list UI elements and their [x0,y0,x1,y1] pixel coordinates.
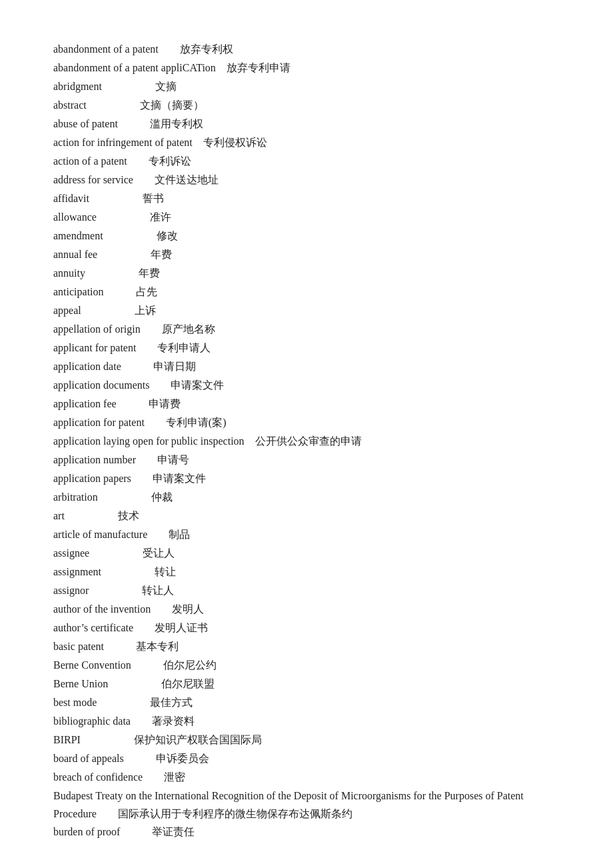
glossary-entry: author of the invention 发明人 [53,600,560,619]
en-term: applicant for patent [53,342,157,353]
en-term: application laying open for public inspe… [53,435,255,447]
en-term: board of appeals [53,753,156,764]
en-term: burden of proof [53,826,152,837]
zh-term: 原产地名称 [162,323,215,335]
glossary-entry: anticipation 占先 [53,283,560,301]
zh-term: 举证责任 [152,826,195,837]
zh-term: 申诉委员会 [156,753,209,764]
zh-term: 受让人 [143,547,175,559]
zh-term: 转让人 [142,585,174,596]
zh-term: 专利申请(案) [166,417,227,428]
glossary-entry: assignor 转让人 [53,581,560,600]
en-term: abuse of patent [53,118,150,129]
en-term: basic patent [53,641,136,652]
en-term: application for patent [53,417,166,428]
glossary-entry: application date 申请日期 [53,357,560,376]
glossary-container: abandonment of a patent 放弃专利权abandonment… [53,40,560,841]
zh-term: 最佳方式 [150,697,193,708]
glossary-entry: action for infringement of patent 专利侵权诉讼 [53,133,560,152]
glossary-entry: annuity 年费 [53,264,560,283]
glossary-entry: burden of proof 举证责任 [53,823,560,841]
zh-term: 泄密 [164,771,185,783]
zh-term: 文摘 [155,81,177,92]
zh-term: 滥用专利权 [150,118,203,129]
zh-term: 文件送达地址 [155,174,219,185]
en-term: bibliographic data [53,715,152,727]
zh-term: 上诉 [135,305,156,316]
en-term: assignee [53,547,143,559]
zh-term: 准许 [150,211,171,223]
zh-term: 技术 [118,510,139,521]
glossary-entry: assignee 受让人 [53,544,560,563]
en-term: assignment [53,566,155,577]
glossary-entry: abridgment 文摘 [53,77,560,96]
glossary-entry: Berne Union 伯尔尼联盟 [53,675,560,693]
glossary-entry: Budapest Treaty on the International Rec… [53,787,560,823]
zh-term: 发明人证书 [155,622,208,633]
glossary-entry: article of manufacture 制品 [53,525,560,544]
zh-term: 年费 [139,267,160,279]
glossary-entry: application documents 申请案文件 [53,376,560,395]
glossary-entry: assignment 转让 [53,563,560,581]
en-term: author’s certificate [53,622,155,633]
zh-term: 誓书 [143,193,164,204]
zh-term: 保护知识产权联合国国际局 [134,734,262,745]
zh-term: 申请号 [157,454,189,465]
en-term: arbitration [53,491,151,503]
zh-term: 文摘（摘要） [140,99,204,111]
glossary-entry: abstract 文摘（摘要） [53,96,560,115]
zh-term: 年费 [151,249,172,260]
zh-term: 基本专利 [136,641,179,652]
glossary-entry: board of appeals 申诉委员会 [53,749,560,768]
zh-term: 放弃专利权 [180,43,233,55]
zh-term: 专利申请人 [157,342,211,353]
glossary-entry: application for patent 专利申请(案) [53,413,560,432]
en-term: annuity [53,267,139,279]
glossary-entry: bibliographic data 著录资料 [53,712,560,731]
glossary-entry: arbitration 仲裁 [53,488,560,507]
en-term: anticipation [53,286,136,297]
en-term: article of manufacture [53,529,169,540]
en-term: application number [53,454,157,465]
glossary-entry: Berne Convention 伯尔尼公约 [53,656,560,675]
en-term: address for service [53,174,155,185]
zh-term: 仲裁 [151,491,173,503]
glossary-entry: author’s certificate 发明人证书 [53,619,560,637]
glossary-entry: application papers 申请案文件 [53,469,560,488]
zh-term: 申请日期 [153,361,196,372]
zh-term: 著录资料 [152,715,195,727]
en-term: action of a patent [53,155,149,167]
glossary-entry: abuse of patent 滥用专利权 [53,115,560,133]
glossary-entry: annual fee 年费 [53,245,560,264]
en-term: action for infringement of patent [53,137,203,148]
en-term: abandonment of a patent appliCATion [53,62,227,73]
en-term: affidavit [53,193,143,204]
zh-term: 转让 [155,566,176,577]
glossary-entry: application laying open for public inspe… [53,432,560,451]
glossary-entry: address for service 文件送达地址 [53,171,560,189]
en-term: art [53,510,118,521]
zh-term: 修改 [157,230,178,241]
glossary-entry: abandonment of a patent 放弃专利权 [53,40,560,59]
glossary-entry: breach of confidence 泄密 [53,768,560,787]
en-term: Berne Convention [53,659,163,671]
glossary-entry: basic patent 基本专利 [53,637,560,656]
zh-term: 申请费 [149,398,181,409]
glossary-entry: abandonment of a patent appliCATion 放弃专利… [53,59,560,77]
en-term: application date [53,361,153,372]
zh-term: 申请案文件 [171,379,224,391]
glossary-entry: amendment 修改 [53,227,560,245]
en-term: best mode [53,697,150,708]
en-term: application papers [53,473,153,484]
glossary-entry: affidavit 誓书 [53,189,560,208]
en-term: BIRPI [53,734,134,745]
zh-term: 发明人 [172,603,204,615]
glossary-entry: applicant for patent 专利申请人 [53,339,560,357]
glossary-entry: allowance 准许 [53,208,560,227]
en-term: application fee [53,398,149,409]
en-term: abandonment of a patent [53,43,180,55]
en-term: breach of confidence [53,771,164,783]
en-term: assignor [53,585,142,596]
zh-term: 制品 [169,529,190,540]
zh-term: 专利诉讼 [149,155,191,167]
